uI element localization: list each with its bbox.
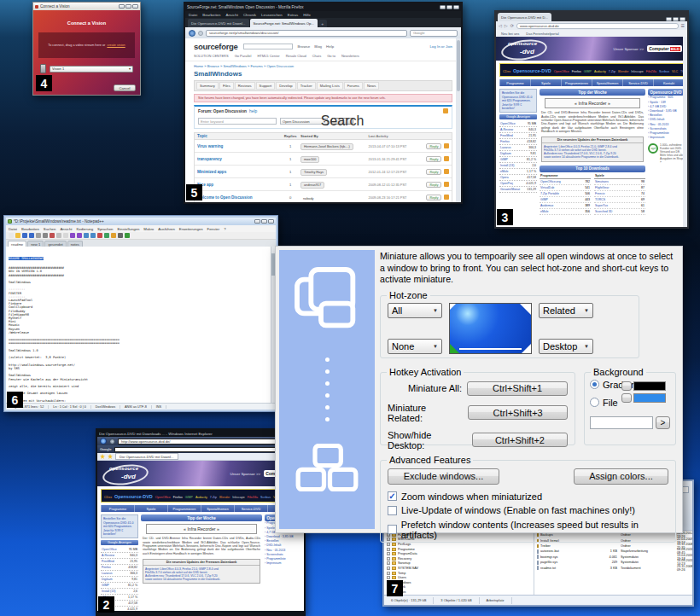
subnav-link[interactable]: Go Parallel: [235, 54, 252, 58]
miniature-number-badge[interactable]: 7: [387, 580, 403, 596]
sidebar-link[interactable]: › Impressum: [648, 136, 684, 140]
forward-icon[interactable]: [198, 31, 203, 36]
subnav-link[interactable]: Newsletters: [341, 54, 359, 58]
toolbar-icon[interactable]: [29, 233, 34, 238]
expand-icon[interactable]: +: [387, 561, 390, 565]
subscribe-icon[interactable]: [444, 143, 449, 148]
expand-icon[interactable]: +: [387, 572, 390, 575]
tag-link[interactable]: 7-Zip: [609, 70, 615, 73]
order-box[interactable]: Bestellen Sie dieOpensource-DVD 41.0mit …: [499, 89, 537, 113]
subscribe-icon[interactable]: [444, 182, 449, 187]
toolbar-icon[interactable]: [70, 233, 75, 238]
hotzone-bottomright-select[interactable]: Desktop: [539, 339, 593, 354]
browser-tab-active[interactable]: SourceForge.net: SmallWindows Op...: [250, 19, 318, 27]
nav-item[interactable]: Programme: [101, 505, 134, 512]
menu-item[interactable]: Einstellungen: [118, 227, 140, 231]
project-tab[interactable]: Develop: [276, 82, 295, 90]
tag-link[interactable]: GIMP: [584, 70, 592, 73]
tag-link[interactable]: Blender: [618, 70, 628, 73]
expand-icon[interactable]: +: [387, 576, 390, 579]
browse-button[interactable]: >: [656, 416, 670, 429]
nav-item[interactable]: Programmieren: [561, 79, 592, 86]
reload-icon[interactable]: ⟳: [510, 23, 514, 28]
expand-icon[interactable]: +: [387, 552, 390, 555]
url-field[interactable]: http://www.opensource-dvd.de/: [118, 439, 301, 445]
color2-button[interactable]: [621, 393, 632, 403]
tag-link[interactable]: 7-Zip: [210, 496, 217, 499]
toolbar-icon[interactable]: [84, 233, 89, 238]
help-link[interactable]: help: [249, 109, 257, 113]
expand-icon[interactable]: +: [387, 548, 390, 551]
url-field[interactable]: sourceforge.net/p/smallwindows/discussio…: [206, 30, 407, 37]
user-chip[interactable]: mwe100: [300, 156, 319, 163]
tag-link[interactable]: Inkscape: [631, 70, 643, 73]
toolbar-icon[interactable]: [36, 233, 41, 238]
search-button[interactable]: Search: [331, 118, 353, 125]
subnav-link[interactable]: Chats: [312, 54, 321, 58]
tag-link[interactable]: Firefox: [173, 496, 183, 499]
nav-item[interactable]: Service-DVD: [234, 505, 267, 512]
tag-link[interactable]: FileZilla: [646, 70, 656, 73]
window-controls[interactable]: [666, 17, 685, 21]
create-vision-link[interactable]: create vision: [107, 44, 125, 47]
hotkey-button[interactable]: Ctrl+Shift+1: [467, 381, 568, 396]
breadcrumb[interactable]: Home » Browse » SmallWindows » Forums » …: [185, 61, 461, 69]
scrollbar[interactable]: [683, 37, 687, 227]
window-firefox-sourceforge[interactable]: SourceForge.net: SmallWindows Open Discu…: [184, 2, 463, 204]
header-link[interactable]: Blog: [314, 44, 322, 49]
back-icon[interactable]: [100, 438, 107, 445]
toolbar-icon[interactable]: [22, 233, 27, 238]
user-chip[interactable]: Hermann-Josef Beckers (hjb-...): [300, 143, 353, 150]
menu-item[interactable]: Datei: [9, 227, 17, 231]
forum-row[interactable]: Welcome to Open Discussion 0 nobody 2009…: [195, 191, 452, 202]
top10-row[interactable]: SuperTux61: [594, 203, 645, 209]
sidebar-link[interactable]: › Impressum: [265, 561, 300, 566]
gradient-radio[interactable]: [590, 380, 599, 389]
menu-item[interactable]: Extras: [288, 13, 298, 17]
window-chrome-osdvd[interactable]: Die Opensource-DVD mit D... ◁ ▷ ⟳ www.op…: [494, 10, 689, 229]
topic-link[interactable]: Nice app: [197, 183, 280, 187]
titlebar[interactable]: Die Opensource-DVD mit Downloads ... - W…: [97, 430, 304, 437]
news-line[interactable]: sowie weitere 14 aktualisierte Programme…: [145, 578, 258, 581]
tip-app-link[interactable]: « Infra Recorder »: [146, 524, 257, 534]
vision-select[interactable]: Vision 1▾: [50, 66, 133, 73]
document-tab[interactable]: readme: [8, 241, 26, 247]
project-tab[interactable]: Forums: [344, 82, 363, 90]
feature-checkbox[interactable]: Prefetch window contents (Increases spee…: [388, 520, 668, 540]
tag-link[interactable]: Firefox: [572, 70, 581, 73]
nav-item[interactable]: Spezialthemen: [201, 505, 234, 512]
titlebar[interactable]: SourceForge.net: SmallWindows Open Discu…: [185, 3, 461, 11]
tag-link[interactable]: CDex: [503, 70, 510, 73]
user-chip[interactable]: nobody: [300, 196, 316, 201]
favorites-icon[interactable]: [100, 454, 105, 459]
menu-item[interactable]: Ausführen: [158, 227, 175, 231]
toolbar-icon[interactable]: [63, 233, 68, 238]
sponsor-logo[interactable]: ComputerBILD: [647, 45, 682, 52]
reply-button[interactable]: Reply: [426, 143, 441, 149]
toolbar-icon[interactable]: [90, 233, 96, 238]
document-tab[interactable]: notes: [67, 241, 83, 247]
tag-link[interactable]: OpenOffice: [155, 496, 171, 499]
top10-row[interactable]: 7-Zip Portable506: [540, 191, 591, 197]
browser-tab-active[interactable]: Die Opensource-DVD mit Downl...: [115, 453, 178, 460]
hotkey-button[interactable]: Ctrl+Shift+2: [472, 433, 568, 447]
top10-row[interactable]: Scorched 3D58: [594, 209, 645, 215]
nav-item[interactable]: Programmieren: [167, 505, 201, 512]
add-favorite-icon[interactable]: [108, 454, 113, 459]
file-radio[interactable]: [590, 398, 599, 407]
topic-link[interactable]: transparency: [197, 157, 280, 161]
expand-icon[interactable]: +: [387, 543, 390, 546]
toolbar-icon[interactable]: [97, 233, 102, 238]
nav-item[interactable]: Kontakt: [653, 79, 684, 86]
tag-link[interactable]: Scribus: [659, 70, 669, 73]
hotkey-button[interactable]: Ctrl+Shift+3: [468, 405, 568, 420]
tag-link[interactable]: VLC: [672, 70, 678, 73]
sourceforge-logo[interactable]: sourceforge: [194, 42, 238, 51]
tag-link[interactable]: Inkscape: [232, 496, 244, 499]
hotzone-topleft-select[interactable]: All: [388, 303, 442, 318]
window-controls[interactable]: [119, 4, 138, 9]
google-ads-label[interactable]: Google-Anzeigen: [499, 114, 537, 119]
miniature-number-badge[interactable]: 4: [36, 75, 52, 91]
project-tab[interactable]: Tracker: [297, 82, 316, 90]
window-controls[interactable]: [254, 219, 274, 224]
